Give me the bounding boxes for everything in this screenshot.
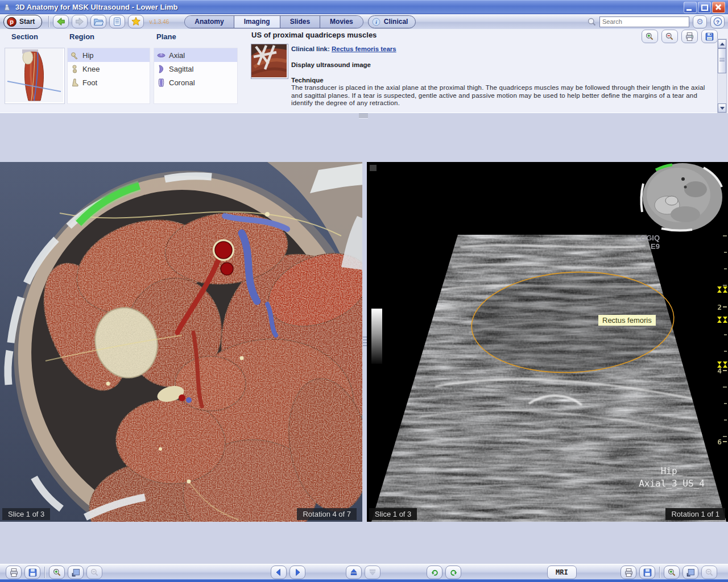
foot-icon [71,78,79,87]
tab-imaging[interactable]: Imaging [234,16,280,28]
mri-toggle-button[interactable]: MRI [547,566,577,579]
forward-button[interactable] [72,15,88,28]
help-icon: ? [713,17,722,26]
plane-item-axial[interactable]: Axial [154,48,237,62]
search-input[interactable] [599,16,689,27]
rotate-cw-button[interactable] [445,566,461,579]
restore-button[interactable] [698,2,711,13]
anatomy-3d-viewport[interactable]: Slice 1 of 3 Rotation 4 of 7 [0,162,362,522]
plane-item-label: Sagittal [169,65,193,73]
next-slice-button[interactable] [289,566,305,579]
previous-slice-button[interactable] [271,566,287,579]
zoom-in-3d-button[interactable] [49,566,65,579]
printer-icon [685,32,694,41]
next-icon [293,568,302,577]
scroll-down-button[interactable] [718,103,726,113]
vertical-splitter-grip[interactable] [363,335,367,352]
section-thumbnail[interactable] [5,48,65,104]
series-line1: Hip_ [661,465,683,476]
depth-mark-6: 6 [717,438,722,446]
info-thumbnail[interactable] [251,44,288,79]
plane-item-coronal[interactable]: Coronal [154,76,237,89]
region-item-foot[interactable]: Foot [68,76,150,89]
rotate-ccw-icon [430,568,440,577]
clinical-button[interactable]: i Clinical [368,15,416,28]
start-button[interactable]: p Start [3,15,42,29]
gear-icon: ⚙ [696,18,704,26]
start-button-label: Start [19,18,35,26]
zoom-out-3d-button[interactable] [86,566,102,579]
zoom-in-icon [645,32,655,41]
contents-button[interactable] [90,15,106,28]
zoom-in-us-button[interactable] [664,566,680,579]
clinical-button-label: Clinical [384,18,408,26]
folder-icon [93,16,104,27]
slice-up-button[interactable] [346,566,362,579]
search-icon [587,17,597,27]
hip-joint-icon [71,51,79,60]
version-text: v.1.3.46 [149,19,179,25]
tab-movies[interactable]: Movies [320,16,363,28]
save-us-button[interactable] [639,566,655,579]
zoom-in-icon [52,568,62,577]
plane-item-sagittal[interactable]: Sagittal [154,62,237,76]
clinical-link[interactable]: Rectus femoris tears [332,45,396,52]
scroll-up-button[interactable] [718,39,726,48]
help-button[interactable]: ? [710,15,725,28]
print-us-button[interactable] [621,566,636,579]
ultrasound-viewport[interactable]: 2 4 6 LOGIQ E9 Rectus femoris Hip_ Axial… [367,162,728,522]
scrollbar-thumb[interactable] [718,48,726,73]
minimize-button[interactable] [684,2,697,13]
eject-icon [349,568,358,577]
region-item-hip[interactable]: Hip [68,48,150,62]
machine-model: E9 [651,242,660,251]
printer-icon [624,568,634,577]
toolbar-separator [48,16,49,27]
rotate-ccw-button[interactable] [427,566,442,579]
region-header: Region [69,32,94,41]
plane-item-label: Coronal [169,78,195,87]
us-series-label: Hip_ Axial_3_US_4 [622,465,722,490]
info-scrollbar[interactable] [717,39,727,113]
region-item-label: Knee [82,65,100,73]
plane-item-label: Axial [169,51,185,60]
back-arrow-icon [56,16,66,27]
settings-button[interactable]: ⚙ [693,15,707,28]
fit-view-us-button[interactable] [682,566,698,579]
main-toolbar: p Start v.1.3.46 Anatomy Imaging Slides … [0,14,728,30]
zoom-out-icon [705,568,714,577]
plane-header: Plane [156,32,176,41]
application-window: 3D Anatomy for MSK Ultrasound - Lower Li… [0,0,728,582]
close-button[interactable] [712,2,725,13]
fit-view-icon [71,568,81,577]
region-item-label: Hip [82,51,94,60]
print-3d-button[interactable] [6,566,22,579]
us-corner-marker [370,165,377,171]
index-button[interactable] [109,15,125,28]
section-header: Section [11,32,38,41]
save-3d-button[interactable] [24,566,40,579]
slice-down-button[interactable] [365,566,380,579]
series-line2: Axial_3_US_4 [639,478,705,489]
fit-view-icon [686,568,696,577]
zoom-out-us-button[interactable] [701,566,717,579]
machine-label: LOGIQ E9 [613,234,660,251]
us-annotation-label: Rectus femoris [598,315,656,326]
technique-body: The transducer is placed in the axial pl… [291,84,714,107]
print-button[interactable] [681,30,698,43]
top-panel: Section Region Plane Hip [0,29,728,113]
fit-view-3d-button[interactable] [68,566,84,579]
plane-list: Axial Sagittal Coronal [154,48,238,104]
star-icon [131,16,141,27]
horizontal-splitter-grip[interactable] [359,114,368,119]
save-button[interactable] [701,30,718,43]
tab-slides[interactable]: Slides [280,16,320,28]
display-heading: Display ultrasound image [291,61,371,68]
tab-anatomy[interactable]: Anatomy [185,16,233,28]
zoom-out-button[interactable] [661,30,678,43]
zoom-in-button[interactable] [642,30,658,43]
favorites-button[interactable] [128,15,144,28]
back-button[interactable] [53,15,69,28]
region-item-knee[interactable]: Knee [68,62,150,76]
floppy-icon [705,32,714,41]
